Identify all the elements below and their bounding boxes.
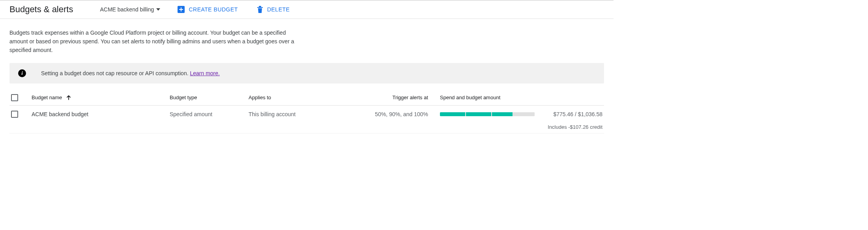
credit-note: Includes -$107.26 credit	[9, 124, 604, 130]
select-all-checkbox[interactable]	[11, 94, 18, 101]
cell-spend: $775.46 / $1,036.58	[428, 111, 602, 117]
cell-applies-to: This billing account	[249, 111, 343, 117]
learn-more-link[interactable]: Learn more.	[190, 70, 219, 76]
spend-amount: $775.46 / $1,036.58	[546, 111, 602, 117]
progress-bar	[440, 112, 535, 116]
plus-icon	[178, 6, 185, 13]
svg-rect-3	[257, 7, 263, 8]
billing-account-label: ACME backend billing	[100, 6, 154, 13]
info-icon: i	[18, 69, 26, 77]
col-header-name[interactable]: Budget name	[32, 95, 170, 100]
table-header-row: Budget name Budget type Applies to Trigg…	[9, 90, 604, 106]
chevron-down-icon	[156, 8, 160, 11]
billing-account-selector[interactable]: ACME backend billing	[97, 4, 163, 15]
delete-button[interactable]: DELETE	[252, 4, 294, 15]
col-header-name-label: Budget name	[32, 95, 62, 100]
svg-rect-2	[179, 9, 183, 10]
arrow-up-icon	[66, 95, 71, 100]
budgets-table: Budget name Budget type Applies to Trigg…	[9, 90, 604, 134]
info-banner: i Setting a budget does not cap resource…	[9, 63, 604, 83]
create-budget-label: CREATE BUDGET	[189, 6, 238, 13]
col-header-spend[interactable]: Spend and budget amount	[428, 95, 602, 100]
col-header-applies[interactable]: Applies to	[249, 95, 343, 100]
col-header-trigger[interactable]: Trigger alerts at	[343, 95, 428, 100]
create-budget-button[interactable]: CREATE BUDGET	[173, 4, 242, 15]
intro-description: Budgets track expenses within a Google C…	[9, 28, 301, 54]
cell-trigger: 50%, 90%, and 100%	[343, 111, 428, 117]
row-checkbox[interactable]	[11, 111, 18, 118]
cell-budget-name: ACME backend budget	[32, 111, 170, 117]
info-message-text: Setting a budget does not cap resource o…	[41, 70, 190, 76]
info-message: Setting a budget does not cap resource o…	[41, 70, 220, 76]
col-header-type[interactable]: Budget type	[170, 95, 249, 100]
trash-icon	[257, 6, 263, 13]
table-row[interactable]: ACME backend budget Specified amount Thi…	[9, 106, 604, 123]
svg-rect-4	[259, 6, 261, 7]
cell-budget-type: Specified amount	[170, 111, 249, 117]
page-title: Budgets & alerts	[9, 4, 73, 15]
delete-label: DELETE	[267, 6, 290, 13]
top-toolbar: Budgets & alerts ACME backend billing CR…	[0, 0, 614, 19]
